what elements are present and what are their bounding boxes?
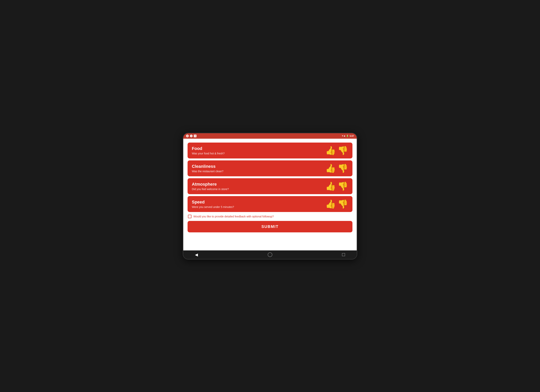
card-title-atmosphere: Atmosphere xyxy=(192,182,325,187)
status-icon-sq: ■ xyxy=(194,135,196,137)
thumbup-cleanliness[interactable]: 👍 xyxy=(325,164,336,173)
status-left-icons: A ● ■ xyxy=(186,135,196,137)
status-icon-dot: ● xyxy=(190,135,193,137)
card-subtitle-speed: Were you served under 5 minutes? xyxy=(192,206,325,209)
status-time: 5:07 xyxy=(350,135,354,137)
card-title-food: Food xyxy=(192,146,325,151)
card-subtitle-cleanliness: Was the restaurant clean? xyxy=(192,170,325,173)
card-buttons-speed: 👍 👎 xyxy=(325,200,348,208)
card-text-food: Food Was your food hot & fresh? xyxy=(192,146,325,155)
tablet-frame: A ● ■ ▼◀ 🔋 5:07 Food Was your food hot &… xyxy=(183,133,357,260)
wifi-icon: ▼◀ xyxy=(342,135,345,137)
card-buttons-atmosphere: 👍 👎 xyxy=(325,182,348,191)
status-right-icons: ▼◀ 🔋 5:07 xyxy=(342,135,354,137)
status-bar: A ● ■ ▼◀ 🔋 5:07 xyxy=(183,133,357,139)
recent-button[interactable] xyxy=(342,253,345,256)
feedback-card-speed[interactable]: Speed Were you served under 5 minutes? 👍… xyxy=(188,196,352,212)
battery-icon: 🔋 xyxy=(346,135,349,137)
card-title-speed: Speed xyxy=(192,200,325,205)
content-area: Food Was your food hot & fresh? 👍 👎 Clea… xyxy=(183,139,357,250)
nav-bar: ◀ xyxy=(183,250,357,259)
thumbup-atmosphere[interactable]: 👍 xyxy=(325,182,336,191)
feedback-card-food[interactable]: Food Was your food hot & fresh? 👍 👎 xyxy=(188,143,352,158)
card-text-cleanliness: Cleanliness Was the restaurant clean? xyxy=(192,164,325,173)
submit-button[interactable]: SUBMIT xyxy=(188,221,352,232)
home-button[interactable] xyxy=(268,252,272,257)
thumbdown-food[interactable]: 👎 xyxy=(338,146,348,155)
thumbdown-cleanliness[interactable]: 👎 xyxy=(338,164,348,173)
card-subtitle-food: Was your food hot & fresh? xyxy=(192,152,325,155)
card-subtitle-atmosphere: Did you feel welcome in store? xyxy=(192,188,325,191)
card-title-cleanliness: Cleanliness xyxy=(192,164,325,169)
card-text-atmosphere: Atmosphere Did you feel welcome in store… xyxy=(192,182,325,191)
feedback-card-atmosphere[interactable]: Atmosphere Did you feel welcome in store… xyxy=(188,178,352,194)
thumbup-speed[interactable]: 👍 xyxy=(325,200,336,208)
back-button[interactable]: ◀ xyxy=(195,252,198,257)
card-buttons-food: 👍 👎 xyxy=(325,146,348,155)
thumbdown-atmosphere[interactable]: 👎 xyxy=(338,182,348,191)
feedback-checkbox[interactable] xyxy=(188,215,191,218)
card-text-speed: Speed Were you served under 5 minutes? xyxy=(192,200,325,209)
checkbox-row[interactable]: Would you like to provide detailed feedb… xyxy=(188,214,352,219)
cards-container: Food Was your food hot & fresh? 👍 👎 Clea… xyxy=(188,143,352,212)
feedback-card-cleanliness[interactable]: Cleanliness Was the restaurant clean? 👍 … xyxy=(188,161,352,176)
status-icon-a: A xyxy=(186,135,189,137)
card-buttons-cleanliness: 👍 👎 xyxy=(325,164,348,173)
thumbdown-speed[interactable]: 👎 xyxy=(338,200,348,208)
thumbup-food[interactable]: 👍 xyxy=(325,146,336,155)
screen: Food Was your food hot & fresh? 👍 👎 Clea… xyxy=(183,139,357,250)
checkbox-label: Would you like to provide detailed feedb… xyxy=(193,215,274,218)
